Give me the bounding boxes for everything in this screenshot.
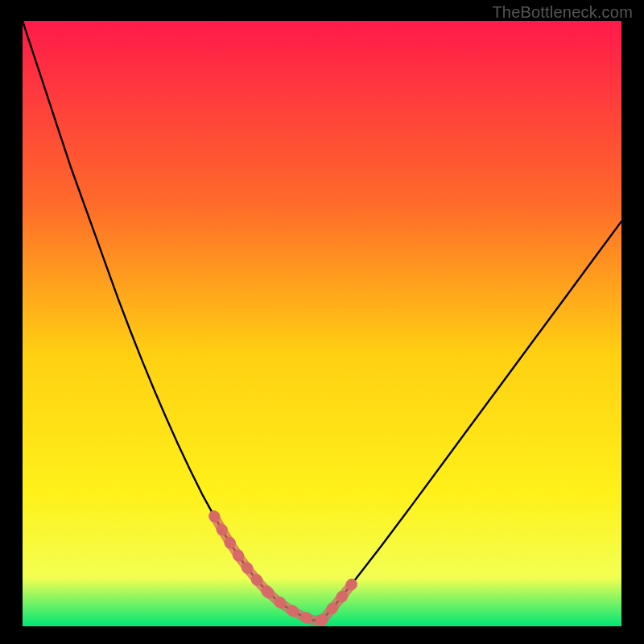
chart-frame: TheBottleneck.com — [0, 0, 644, 644]
bottleneck-curve-chart — [0, 0, 644, 644]
plot-background — [23, 21, 621, 626]
watermark-text: TheBottleneck.com — [492, 3, 633, 22]
